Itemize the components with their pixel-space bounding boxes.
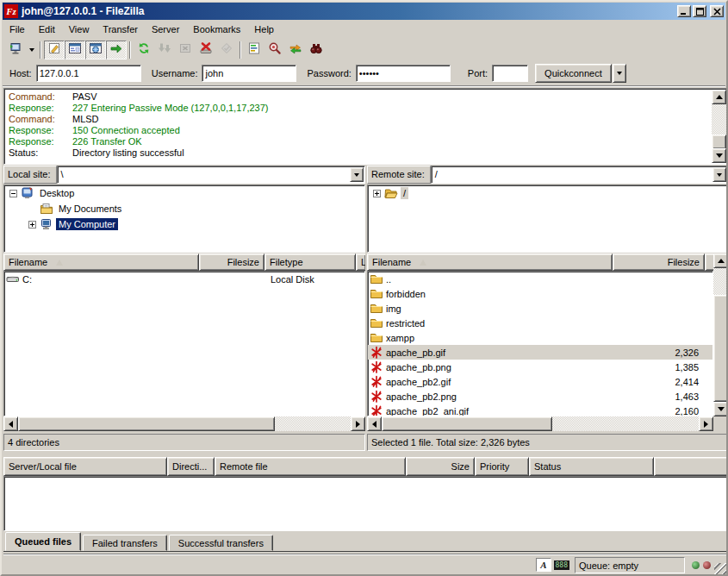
log-scroll-thumb[interactable]	[712, 135, 726, 149]
remote-scroll-left[interactable]	[367, 416, 382, 431]
local-scroll-left[interactable]	[3, 416, 18, 431]
speed-limit-icon[interactable]: 888	[554, 560, 569, 570]
file-search-button[interactable]	[306, 41, 327, 59]
column-header-filesize[interactable]: Filesize	[199, 254, 264, 271]
toggle-transfer-queue-icon	[109, 41, 123, 58]
toggle-local-tree-button[interactable]	[65, 41, 85, 59]
file-row[interactable]: xampp	[368, 330, 712, 345]
file-row[interactable]: apache_pb.png1,385	[368, 360, 712, 374]
quickconnect-button[interactable]: Quickconnect	[535, 64, 612, 83]
site-manager-dropdown-button[interactable]	[26, 41, 37, 59]
menu-server[interactable]: Server	[145, 22, 186, 36]
directory-comparison-button[interactable]	[264, 41, 285, 59]
column-header-filesize[interactable]: Filesize	[613, 254, 705, 271]
menu-bookmarks[interactable]: Bookmarks	[186, 22, 247, 36]
toggle-remote-tree-button[interactable]	[85, 41, 106, 59]
file-row[interactable]: apache_pb2_ani.gif2,160	[368, 404, 712, 416]
local-scroll-right[interactable]	[351, 416, 365, 431]
resize-grip[interactable]	[714, 563, 726, 575]
minimize-button[interactable]	[677, 5, 691, 17]
transfer-type-icon[interactable]: A	[536, 558, 551, 572]
log-line: Command:PASV	[9, 91, 712, 103]
file-row[interactable]: restricted	[368, 316, 712, 330]
disconnect-button[interactable]	[196, 41, 216, 59]
menu-edit[interactable]: Edit	[32, 22, 62, 36]
directory-listing-filters-button[interactable]	[244, 41, 264, 59]
log-scroll-down[interactable]	[712, 148, 726, 163]
local-site-dropdown-button[interactable]	[350, 167, 364, 182]
file-row[interactable]: forbidden	[368, 286, 712, 301]
remote-scroll-right[interactable]	[699, 416, 713, 431]
site-manager-button[interactable]	[5, 41, 26, 59]
column-header-priority[interactable]: Priority	[475, 457, 529, 476]
remote-hscrollbar[interactable]	[367, 416, 713, 431]
toggle-transfer-queue-button[interactable]	[106, 41, 127, 59]
remote-vscroll-thumb[interactable]	[713, 295, 728, 402]
menu-transfer[interactable]: Transfer	[96, 22, 145, 36]
column-header-label: Size	[451, 461, 470, 472]
file-row[interactable]: img	[368, 301, 712, 316]
menu-help[interactable]: Help	[247, 22, 281, 36]
column-header-status[interactable]: Status	[529, 457, 654, 476]
tree-expander-icon[interactable]	[9, 190, 17, 197]
log-scroll-up[interactable]	[712, 90, 726, 104]
column-header-l[interactable]: L	[356, 254, 365, 271]
file-row[interactable]: apache_pb2.gif2,414	[368, 374, 712, 389]
tree-expander-icon[interactable]	[373, 190, 381, 197]
column-header-filetype[interactable]: Filetype	[264, 254, 356, 271]
remote-site-combo[interactable]: /	[431, 166, 728, 184]
username-input[interactable]	[202, 65, 296, 82]
toggle-message-log-button[interactable]	[44, 41, 65, 59]
column-header-directi-[interactable]: Directi...	[167, 457, 215, 476]
column-header-label: Filename	[372, 257, 411, 267]
menu-view[interactable]: View	[62, 22, 96, 36]
close-button[interactable]	[710, 5, 724, 17]
column-header-filename[interactable]: Filename	[3, 254, 199, 271]
local-hscroll-thumb[interactable]	[18, 416, 275, 431]
remote-hscroll-thumb[interactable]	[382, 416, 552, 431]
log-scrollbar[interactable]	[712, 90, 726, 163]
column-header-size[interactable]: Size	[406, 457, 475, 476]
password-input[interactable]	[356, 65, 451, 82]
synchronized-browsing-button[interactable]	[285, 41, 306, 59]
file-row[interactable]: ..	[368, 272, 712, 286]
file-size: 2,326	[613, 347, 699, 358]
quickconnect-dropdown-button[interactable]	[613, 64, 626, 83]
remote-vscrollbar[interactable]	[713, 254, 728, 416]
log-line: Response:226 Transfer OK	[9, 136, 712, 147]
log-line-text: MLSD	[72, 114, 99, 125]
file-row[interactable]: apache_pb.gif2,326	[368, 345, 712, 360]
tab-failed-transfers[interactable]: Failed transfers	[83, 535, 167, 551]
remote-scroll-down[interactable]	[713, 402, 728, 416]
tree-item-my-computer[interactable]: My Computer	[4, 216, 364, 232]
disconnect-icon	[199, 41, 213, 58]
column-header-server-local-file[interactable]: Server/Local file	[3, 457, 167, 476]
column-header-label: Remote file	[220, 461, 268, 472]
maximize-button[interactable]	[693, 5, 706, 17]
file-row[interactable]: apache_pb2.png1,463	[368, 389, 712, 404]
port-input[interactable]	[492, 65, 528, 82]
file-row[interactable]: C:Local Disk	[4, 272, 364, 286]
tree-expander-icon[interactable]	[28, 221, 36, 229]
reconnect-button	[216, 41, 237, 59]
tree-item-my-documents[interactable]: My Documents	[4, 201, 364, 216]
file-name: apache_pb2.png	[386, 391, 457, 402]
menu-file[interactable]: File	[3, 22, 32, 36]
local-hscrollbar[interactable]	[3, 416, 365, 431]
tab-queued-files[interactable]: Queued files	[5, 532, 81, 551]
computer-icon	[40, 217, 53, 231]
recv-activity-led-icon	[692, 561, 700, 569]
file-size: 2,414	[613, 377, 699, 387]
tree-item--[interactable]: /	[368, 185, 727, 201]
remote-site-dropdown-button[interactable]	[712, 167, 726, 182]
password-label: Password:	[307, 68, 351, 78]
refresh-button[interactable]	[134, 41, 154, 59]
host-input[interactable]	[36, 65, 141, 82]
tree-item-desktop[interactable]: Desktop	[4, 185, 364, 201]
tab-successful-transfers[interactable]: Successful transfers	[169, 535, 273, 551]
local-site-combo[interactable]: \	[57, 166, 365, 184]
remote-scroll-up[interactable]	[713, 254, 728, 268]
column-header-remote-file[interactable]: Remote file	[215, 457, 406, 476]
column-header-filename[interactable]: Filename	[367, 254, 613, 271]
folder-documents-icon	[40, 202, 53, 216]
